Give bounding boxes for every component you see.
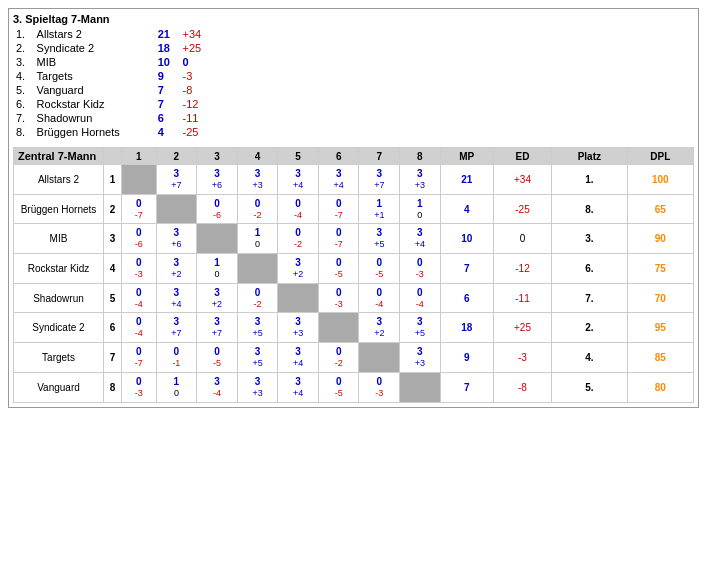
grid-row-num: 6	[104, 313, 122, 343]
grid-row-num: 5	[104, 283, 122, 313]
grid-dpl: 80	[627, 372, 693, 402]
grid-score-cell: 3 +4	[318, 165, 359, 195]
grid-score-cell: 0 -4	[359, 283, 400, 313]
grid-score-cell: 3 +6	[156, 224, 197, 254]
grid-row: MIB3 0 -6 3 +6 1 0 0 -2 0 -7 3 +5 3 +4 1	[14, 224, 694, 254]
grid-score-cell: 0 -6	[197, 194, 238, 224]
grid-row-num: 2	[104, 194, 122, 224]
grid-score-cell: 0 -3	[359, 372, 400, 402]
grid-ed: +25	[493, 313, 551, 343]
grid-score-cell: 3 +2	[359, 313, 400, 343]
grid-mp: 6	[440, 283, 493, 313]
grid-row: Rockstar Kidz4 0 -3 3 +2 1 0 3 +2 0 -5 0…	[14, 254, 694, 284]
standings-ed: +25	[179, 41, 213, 55]
standings-pos: 7.	[13, 111, 34, 125]
col-header-1: 1	[122, 148, 157, 165]
grid-mp: 10	[440, 224, 493, 254]
standings-pos: 4.	[13, 69, 34, 83]
grid-ed: -8	[493, 372, 551, 402]
standings-ed: 0	[179, 55, 213, 69]
grid-score-cell: 3 +5	[237, 343, 278, 373]
grid-mp: 21	[440, 165, 493, 195]
grid-row: Brüggen Hornets2 0 -7 0 -6 0 -2 0 -4 0 -…	[14, 194, 694, 224]
grid-score-cell: 1 +1	[359, 194, 400, 224]
standings-ed: +34	[179, 27, 213, 41]
grid-team-name: Vanguard	[14, 372, 104, 402]
col-header-5: 5	[278, 148, 319, 165]
grid-header-row: Zentral 7-Mann 1 2 3 4 5 6 7 8 MP ED Pla…	[14, 148, 694, 165]
grid-score-cell: 0 -5	[359, 254, 400, 284]
col-header-mp: MP	[440, 148, 493, 165]
main-grid-table: Zentral 7-Mann 1 2 3 4 5 6 7 8 MP ED Pla…	[13, 147, 694, 403]
col-header-2: 2	[156, 148, 197, 165]
grid-score-cell: 0 -5	[318, 372, 359, 402]
standings-team: Brüggen Hornets	[34, 125, 155, 139]
grid-ed: 0	[493, 224, 551, 254]
grid-team-name: Brüggen Hornets	[14, 194, 104, 224]
grid-dpl: 95	[627, 313, 693, 343]
grid-score-cell: 0 -6	[122, 224, 157, 254]
grid-team-name: Syndicate 2	[14, 313, 104, 343]
grid-score-cell: 3 +7	[156, 313, 197, 343]
standings-mp: 4	[155, 125, 180, 139]
grid-diagonal-cell	[278, 283, 319, 313]
grid-score-cell: 3 +4	[278, 165, 319, 195]
grid-score-cell: 0 -2	[318, 343, 359, 373]
grid-platz: 8.	[552, 194, 627, 224]
grid-score-cell: 3 +4	[278, 343, 319, 373]
grid-score-cell: 3 +4	[400, 224, 441, 254]
grid-score-cell: 3 +4	[278, 372, 319, 402]
grid-score-cell: 3 +3	[237, 372, 278, 402]
grid-score-cell: 0 -4	[278, 194, 319, 224]
grid-diagonal-cell	[237, 254, 278, 284]
col-header-7: 7	[359, 148, 400, 165]
grid-score-cell: 1 0	[400, 194, 441, 224]
grid-platz: 4.	[552, 343, 627, 373]
grid-score-cell: 0 -7	[122, 194, 157, 224]
grid-score-cell: 0 -2	[278, 224, 319, 254]
grid-team-name: Targets	[14, 343, 104, 373]
col-header-6: 6	[318, 148, 359, 165]
grid-diagonal-cell	[400, 372, 441, 402]
grid-mp: 18	[440, 313, 493, 343]
grid-score-cell: 3 +2	[156, 254, 197, 284]
standings-ed: -12	[179, 97, 213, 111]
grid-title-cell: Zentral 7-Mann	[14, 148, 104, 165]
col-header-8: 8	[400, 148, 441, 165]
grid-team-name: Rockstar Kidz	[14, 254, 104, 284]
grid-score-cell: 3 +3	[400, 343, 441, 373]
grid-score-cell: 0 -5	[318, 254, 359, 284]
grid-score-cell: 3 +7	[359, 165, 400, 195]
standings-mp: 9	[155, 69, 180, 83]
standings-team: Targets	[34, 69, 155, 83]
standings-team: Vanguard	[34, 83, 155, 97]
grid-score-cell: 3 +3	[400, 165, 441, 195]
standings-title: 3. Spieltag 7-Mann	[13, 13, 694, 25]
standings-ed: -8	[179, 83, 213, 97]
grid-ed: -11	[493, 283, 551, 313]
standings-mp: 18	[155, 41, 180, 55]
standings-team: Syndicate 2	[34, 41, 155, 55]
standings-ed: -11	[179, 111, 213, 125]
grid-score-cell: 1 0	[237, 224, 278, 254]
standings-team: Shadowrun	[34, 111, 155, 125]
grid-diagonal-cell	[318, 313, 359, 343]
grid-score-cell: 1 0	[197, 254, 238, 284]
standings-pos: 8.	[13, 125, 34, 139]
grid-score-cell: 3 +7	[197, 313, 238, 343]
grid-score-cell: 3 +2	[197, 283, 238, 313]
standings-ed: -3	[179, 69, 213, 83]
grid-score-cell: 3 +5	[359, 224, 400, 254]
standings-team: Allstars 2	[34, 27, 155, 41]
standings-pos: 2.	[13, 41, 34, 55]
grid-row: Allstars 21 3 +7 3 +6 3 +3 3 +4 3 +4 3 +…	[14, 165, 694, 195]
col-header-ed: ED	[493, 148, 551, 165]
grid-row-num: 4	[104, 254, 122, 284]
grid-mp: 9	[440, 343, 493, 373]
grid-dpl: 90	[627, 224, 693, 254]
col-header-platz: Platz	[552, 148, 627, 165]
grid-ed: -3	[493, 343, 551, 373]
grid-team-name: Allstars 2	[14, 165, 104, 195]
grid-ed: -12	[493, 254, 551, 284]
grid-score-cell: 3 -4	[197, 372, 238, 402]
